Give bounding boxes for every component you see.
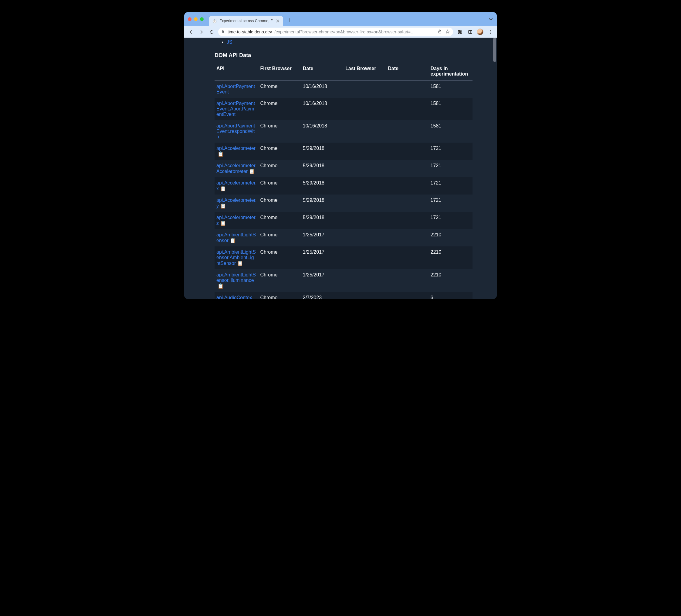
reload-icon: [209, 29, 214, 34]
cell-days: 6: [429, 292, 473, 299]
forward-button[interactable]: [198, 28, 205, 35]
scrollbar-thumb[interactable]: [493, 37, 496, 62]
table-row: api.AudioContexChrome2/7/20236: [215, 292, 473, 299]
cell-date-last: [386, 177, 429, 195]
clipboard-icon[interactable]: 📋: [237, 261, 243, 266]
cell-days: 1721: [429, 143, 473, 160]
cell-first-browser: Chrome: [258, 212, 301, 229]
cell-date-last: [386, 247, 429, 269]
tab-title: Experimental across Chrome, F: [220, 19, 273, 23]
tab-close-button[interactable]: [275, 19, 280, 23]
browser-tab[interactable]: ⏱️ Experimental across Chrome, F: [209, 16, 283, 26]
cell-first-browser: Chrome: [258, 160, 301, 177]
arrow-left-icon: [188, 29, 194, 34]
back-button[interactable]: [187, 28, 195, 35]
clipboard-icon[interactable]: 📋: [249, 169, 255, 174]
cell-date-first: 2/7/2023: [301, 292, 344, 299]
cell-first-browser: Chrome: [258, 120, 301, 143]
api-link[interactable]: api.AbortPaymentEvent.AbortPaymentEvent: [217, 101, 255, 117]
cell-days: 1581: [429, 81, 473, 98]
col-api: API: [215, 63, 258, 81]
profile-avatar[interactable]: [477, 28, 483, 35]
api-link[interactable]: api.AbortPaymentEvent.respondWith: [217, 123, 255, 139]
api-link[interactable]: api.Accelerometer: [217, 146, 255, 151]
cell-date-last: [386, 212, 429, 229]
svg-point-5: [490, 31, 491, 32]
table-row: api.AmbientLightSensor.illuminance📋Chrom…: [215, 269, 473, 292]
overflow-menu-button[interactable]: [486, 28, 494, 35]
col-date-first: Date: [301, 63, 344, 81]
table-row: api.AmbientLightSensor📋Chrome1/25/201722…: [215, 229, 473, 247]
api-link[interactable]: api.AmbientLightSensor.illuminance: [217, 272, 256, 283]
api-link[interactable]: api.AmbientLightSensor.AmbientLightSenso…: [217, 250, 256, 266]
cell-first-browser: Chrome: [258, 177, 301, 195]
cell-first-browser: Chrome: [258, 229, 301, 247]
cell-last-browser: [344, 81, 386, 98]
cell-last-browser: [344, 212, 386, 229]
tabs-overflow-button[interactable]: [488, 17, 493, 23]
cell-date-first: 5/29/2018: [301, 160, 344, 177]
col-date-last: Date: [386, 63, 429, 81]
cell-first-browser: Chrome: [258, 247, 301, 269]
table-row: api.AbortPaymentEvent.AbortPaymentEventC…: [215, 98, 473, 120]
cell-last-browser: [344, 177, 386, 195]
clipboard-icon[interactable]: 📋: [230, 238, 236, 243]
clipboard-icon[interactable]: 📋: [220, 203, 226, 208]
table-body: api.AbortPaymentEventChrome10/16/2018158…: [215, 81, 473, 299]
section-title: DOM API Data: [215, 52, 473, 58]
maximize-window-button[interactable]: [200, 17, 204, 21]
cell-api: api.Accelerometer📋: [215, 143, 258, 160]
cell-last-browser: [344, 120, 386, 143]
cell-days: 2210: [429, 229, 473, 247]
svg-rect-2: [468, 30, 472, 33]
cell-date-last: [386, 81, 429, 98]
cell-date-first: 1/25/2017: [301, 269, 344, 292]
address-bar[interactable]: time-to-stable.deno.dev/experimental?bro…: [218, 28, 453, 36]
cell-api: api.AudioContex: [215, 292, 258, 299]
cell-days: 1581: [429, 98, 473, 120]
table-row: api.Accelerometer.y📋Chrome5/29/20181721: [215, 195, 473, 212]
nav-link-js[interactable]: JS: [227, 40, 232, 45]
cell-date-first: 10/16/2018: [301, 120, 344, 143]
cell-first-browser: Chrome: [258, 195, 301, 212]
extensions-button[interactable]: [456, 28, 463, 35]
clipboard-icon[interactable]: 📋: [218, 283, 224, 288]
col-last-browser: Last Browser: [344, 63, 386, 81]
api-link[interactable]: api.AbortPaymentEvent: [217, 84, 255, 94]
cell-days: 1721: [429, 177, 473, 195]
close-window-button[interactable]: [188, 17, 192, 21]
clipboard-icon[interactable]: 📋: [218, 151, 224, 157]
table-row: api.Accelerometer.Accelerometer📋Chrome5/…: [215, 160, 473, 177]
bookmark-button[interactable]: [445, 29, 450, 35]
clipboard-icon[interactable]: 📋: [220, 186, 226, 191]
url-path: /experimental?browser-chrome=on&browser-…: [274, 29, 435, 34]
scrollbar[interactable]: [493, 37, 496, 299]
cell-api: api.AbortPaymentEvent.AbortPaymentEvent: [215, 98, 258, 120]
cell-date-first: 1/25/2017: [301, 229, 344, 247]
table-row: api.AmbientLightSensor.AmbientLightSenso…: [215, 247, 473, 269]
share-icon: [437, 29, 442, 34]
page-content: JS DOM API Data API First Browser Date L…: [184, 37, 497, 299]
cell-first-browser: Chrome: [258, 81, 301, 98]
new-tab-button[interactable]: [285, 16, 294, 24]
cell-last-browser: [344, 160, 386, 177]
cell-date-last: [386, 98, 429, 120]
cell-last-browser: [344, 229, 386, 247]
api-link[interactable]: api.AmbientLightSensor: [217, 232, 256, 243]
cell-days: 2210: [429, 269, 473, 292]
api-link[interactable]: api.AudioContex: [217, 295, 252, 299]
cell-api: api.Accelerometer.z📋: [215, 212, 258, 229]
cell-api: api.Accelerometer.y📋: [215, 195, 258, 212]
minimize-window-button[interactable]: [194, 17, 198, 21]
reload-button[interactable]: [208, 28, 215, 35]
share-button[interactable]: [437, 29, 442, 35]
puzzle-icon: [457, 29, 462, 34]
clipboard-icon[interactable]: 📋: [220, 221, 226, 226]
cell-first-browser: Chrome: [258, 292, 301, 299]
col-first-browser: First Browser: [258, 63, 301, 81]
side-panel-button[interactable]: [466, 28, 474, 35]
cell-last-browser: [344, 247, 386, 269]
cell-days: 1581: [429, 120, 473, 143]
cell-api: api.AbortPaymentEvent: [215, 81, 258, 98]
cell-api: api.AmbientLightSensor.illuminance📋: [215, 269, 258, 292]
